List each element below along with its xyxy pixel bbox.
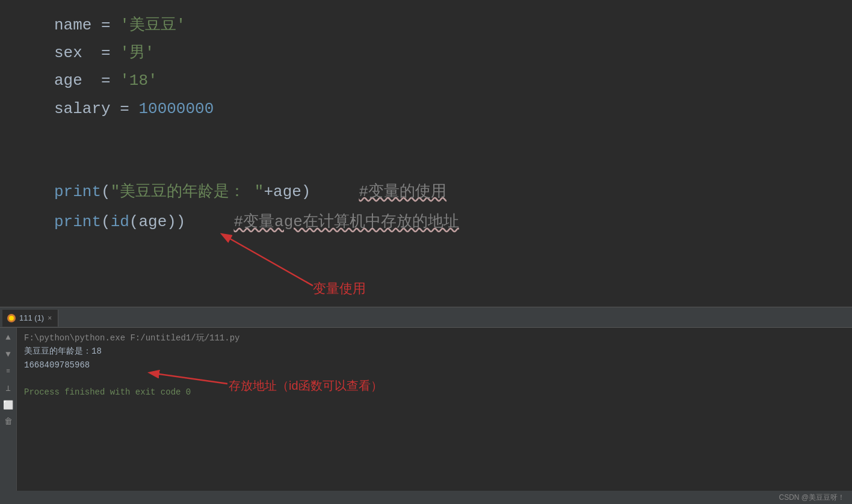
terminal-line-blank <box>24 372 845 385</box>
print-button[interactable]: ⬜ <box>2 399 14 411</box>
terminal-tab[interactable]: 111 (1) × <box>2 310 58 327</box>
code-line-salary: salary = 10000000 <box>54 96 852 122</box>
var-salary: salary <box>54 96 111 122</box>
terminal-line-output2: 1668409785968 <box>24 358 845 372</box>
terminal-line-output1: 美豆豆的年龄是：18 <box>24 345 845 358</box>
tab-close-button[interactable]: × <box>48 314 52 322</box>
var-age: age <box>54 67 82 94</box>
code-line-sex: sex = '男' <box>54 40 852 66</box>
terminal-sidebar: ▲ ▼ ≡ ⊥ ⬜ 🗑 <box>0 328 17 504</box>
scroll-down-button[interactable]: ▼ <box>2 348 14 360</box>
code-line-print2: print(id(age)) <box>54 209 185 235</box>
terminal-output: F:\python\python.exe F:/untitled1/玩/111.… <box>17 328 852 504</box>
status-text: CSDN @美豆豆呀！ <box>779 493 845 503</box>
delete-button[interactable]: 🗑 <box>2 416 14 428</box>
code-editor: name = '美豆豆' sex = '男' age = '18' salary… <box>0 0 852 307</box>
comment-line-2: #变量age在计算机中存放的地址 <box>233 209 458 235</box>
var-sex: sex <box>54 40 82 66</box>
terminal-body: ▲ ▼ ≡ ⊥ ⬜ 🗑 F:\python\python.exe F:/unti… <box>0 328 852 504</box>
terminal-tabs-bar: 111 (1) × <box>0 309 852 328</box>
code-line-print1: print("美豆豆的年龄是： "+age) <box>54 179 310 205</box>
terminal-line-exit: Process finished with exit code 0 <box>24 386 845 399</box>
status-bar: CSDN @美豆豆呀！ <box>0 491 852 504</box>
code-line-name: name = '美豆豆' <box>54 12 852 38</box>
code-line-age: age = '18' <box>54 67 852 94</box>
pin-button[interactable]: ⊥ <box>2 382 14 394</box>
tab-label: 111 (1) <box>19 313 44 322</box>
python-icon <box>7 314 16 322</box>
comment-line-1: #变量的使用 <box>359 179 446 205</box>
terminal-line-cmd: F:\python\python.exe F:/untitled1/玩/111.… <box>24 331 845 345</box>
wrap-button[interactable]: ≡ <box>2 365 14 377</box>
var-name: name <box>54 12 91 38</box>
scroll-up-button[interactable]: ▲ <box>2 331 14 343</box>
